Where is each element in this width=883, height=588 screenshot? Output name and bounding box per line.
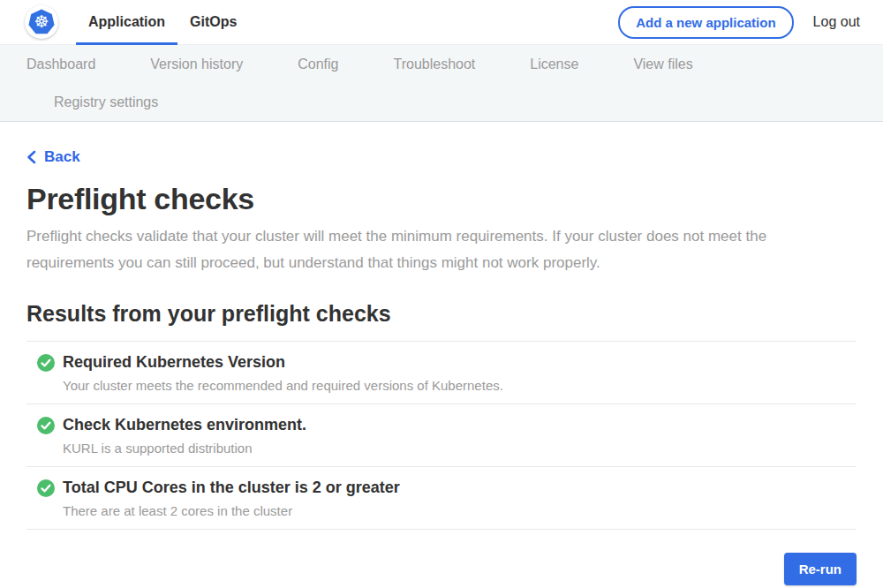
app-subnav: Dashboard Version history Config Trouble… [0,45,883,122]
preflight-check-row: Check Kubernetes environment. KURL is a … [26,404,857,467]
preflight-check-row: Required Kubernetes Version Your cluster… [26,342,857,404]
check-title: Check Kubernetes environment. [63,416,306,434]
subnav-item-config[interactable]: Config [270,45,366,83]
chevron-left-icon [26,150,36,164]
subnav-list: Dashboard Version history Config Trouble… [0,45,808,121]
check-content: Check Kubernetes environment. KURL is a … [63,416,306,456]
subnav-item-version-history[interactable]: Version history [123,45,270,83]
subnav-item-troubleshoot[interactable]: Troubleshoot [366,45,502,83]
primary-tabs: Application GitOps [76,0,249,45]
add-new-application-button[interactable]: Add a new application [618,6,793,39]
subnav-item-dashboard[interactable]: Dashboard [26,45,123,83]
tab-gitops[interactable]: GitOps [177,0,249,45]
page-title: Preflight checks [26,182,857,216]
tab-gitops-label: GitOps [190,14,237,30]
back-label: Back [44,148,80,166]
subnav-item-registry-settings[interactable]: Registry settings [26,83,185,121]
page-description: Preflight checks validate that your clus… [26,223,857,276]
check-content: Required Kubernetes Version Your cluster… [63,353,503,393]
back-link[interactable]: Back [26,148,80,166]
check-title: Required Kubernetes Version [63,353,503,372]
preflight-page: Back Preflight checks Preflight checks v… [0,122,883,585]
preflight-results-list: Required Kubernetes Version Your cluster… [26,341,857,530]
check-message: KURL is a supported distribution [63,441,306,456]
page-actions: Re-run [26,553,857,585]
logout-link[interactable]: Log out [813,14,860,30]
tab-application-label: Application [88,14,165,30]
kubernetes-heptagon: ☸ [28,9,56,35]
tab-application[interactable]: Application [76,0,177,45]
top-navbar: ☸ Application GitOps Add a new applicati… [0,0,883,45]
check-title: Total CPU Cores in the cluster is 2 or g… [63,479,400,497]
check-content: Total CPU Cores in the cluster is 2 or g… [63,479,400,518]
subnav-item-view-files[interactable]: View files [606,45,720,83]
success-check-icon [37,479,55,497]
preflight-check-row: Total CPU Cores in the cluster is 2 or g… [26,467,857,530]
success-check-icon [37,417,55,434]
helm-wheel-icon: ☸ [34,13,49,30]
check-message: Your cluster meets the recommended and r… [63,378,503,393]
kubernetes-logo[interactable]: ☸ [25,5,58,39]
results-heading: Results from your preflight checks [26,301,857,327]
check-message: There are at least 2 cores in the cluste… [63,503,400,518]
subnav-item-license[interactable]: License [502,45,606,83]
success-check-icon [37,354,55,372]
rerun-button[interactable]: Re-run [784,553,857,585]
